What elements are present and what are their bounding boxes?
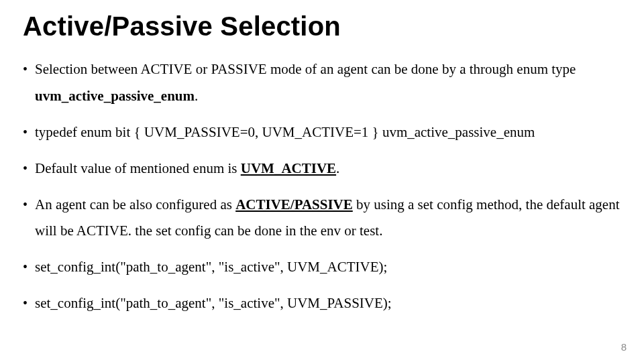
bullet-text-pre: typedef enum bit { UVM_PASSIVE=0, UVM_AC…	[35, 124, 535, 140]
bullet-text-post: .	[195, 88, 198, 104]
bullet-list: Selection between ACTIVE or PASSIVE mode…	[23, 56, 621, 317]
page-number: 8	[621, 341, 627, 353]
bullet-item: typedef enum bit { UVM_PASSIVE=0, UVM_AC…	[23, 119, 621, 146]
bullet-text-pre: Selection between ACTIVE or PASSIVE mode…	[35, 61, 576, 77]
bullet-text-pre: An agent can be also configured as	[35, 196, 235, 213]
slide: Active/Passive Selection Selection betwe…	[0, 0, 644, 362]
bullet-text-pre: Default value of mentioned enum is	[35, 160, 241, 176]
bullet-item: Default value of mentioned enum is UVM_A…	[23, 156, 621, 182]
bullet-item: An agent can be also configured as ACTIV…	[23, 192, 621, 245]
bullet-item: set_config_int("path_to_agent", "is_acti…	[23, 290, 621, 317]
slide-title: Active/Passive Selection	[23, 12, 621, 40]
bullet-item: Selection between ACTIVE or PASSIVE mode…	[23, 56, 621, 110]
bullet-item: set_config_int("path_to_agent", "is_acti…	[23, 254, 621, 281]
bullet-emph: UVM_ACTIVE	[241, 160, 336, 176]
bullet-emph: ACTIVE/PASSIVE	[235, 196, 353, 213]
bullet-emph: uvm_active_passive_enum	[35, 88, 195, 104]
bullet-text-post: .	[336, 160, 339, 176]
bullet-text-pre: set_config_int("path_to_agent", "is_acti…	[35, 259, 387, 275]
bullet-text-pre: set_config_int("path_to_agent", "is_acti…	[35, 295, 392, 311]
